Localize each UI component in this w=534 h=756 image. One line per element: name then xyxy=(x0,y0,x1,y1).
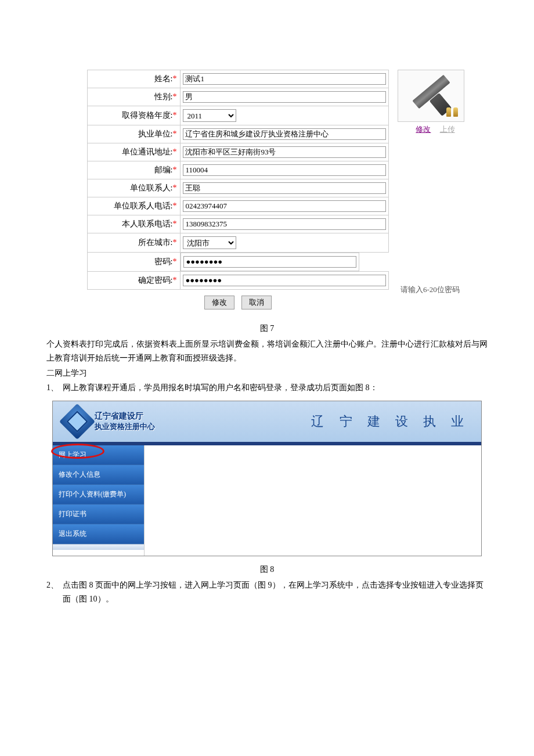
city-select[interactable]: 沈阳市 xyxy=(183,236,236,249)
form-buttons: 修改 取消 xyxy=(87,290,389,315)
sidebar-item-profile[interactable]: 修改个人信息 xyxy=(53,465,144,485)
unit-address-input[interactable] xyxy=(183,146,386,158)
password-confirm-input[interactable] xyxy=(183,275,386,286)
label-gender: 性别:* xyxy=(88,88,181,106)
profile-photo xyxy=(398,70,464,122)
bullet-icon xyxy=(446,107,451,117)
name-input[interactable] xyxy=(183,73,386,85)
list-num: 1、 xyxy=(46,381,63,395)
password-hint: 请输入6-20位密码 xyxy=(395,285,460,295)
photo-upload-link[interactable]: 上传 xyxy=(440,125,455,134)
label-work-unit: 执业单位:* xyxy=(88,125,181,143)
fig8-banner: 辽宁省建设厅 执业资格注册中心 辽 宁 建 设 执 业 xyxy=(53,401,481,442)
label-password: 密码:* xyxy=(88,253,181,272)
fig8-content-area xyxy=(145,445,481,556)
sidebar-item-logout[interactable]: 退出系统 xyxy=(53,524,144,544)
section-2-heading: 二网上学习 xyxy=(46,366,488,380)
modify-button[interactable]: 修改 xyxy=(204,296,234,309)
brand-line1: 辽宁省建设厅 xyxy=(95,411,155,422)
brand-logo-icon xyxy=(59,404,95,440)
list-item-1: 1、 网上教育课程开通后，学员用报名时填写的用户名和密码登录，登录成功后页面如图… xyxy=(46,381,488,395)
work-unit-input[interactable] xyxy=(183,128,386,140)
paragraph-1: 个人资料表打印完成后，依据资料表上面所显示培训费金额，将培训金额汇入注册中心账户… xyxy=(46,337,488,365)
label-name: 姓名:* xyxy=(88,70,181,88)
label-qual-year: 取得资格年度:* xyxy=(88,106,181,125)
qual-year-select[interactable]: 2011 xyxy=(183,109,236,122)
sidebar-item-online-study[interactable]: 网上学习 xyxy=(53,445,144,465)
fig8-sidebar: 网上学习 修改个人信息 打印个人资料(缴费单) 打印证书 退出系统 xyxy=(53,445,145,556)
unit-contact-input[interactable] xyxy=(183,182,386,194)
caption-fig8: 图 8 xyxy=(46,564,488,575)
list-item-2: 2、 点击图 8 页面中的网上学习按钮，进入网上学习页面（图 9），在网上学习系… xyxy=(46,578,488,606)
unit-contact-phone-input[interactable] xyxy=(183,200,386,212)
sidebar-item-label: 网上学习 xyxy=(59,451,86,459)
label-postcode: 邮编:* xyxy=(88,161,181,179)
brand-line2: 执业资格注册中心 xyxy=(95,422,155,432)
profile-form: 修改 上传 姓名:* 性别:* 取得资格年度:* 2011 执业单位:* 单位通… xyxy=(46,70,488,315)
bullet-icon xyxy=(453,107,458,117)
sidebar-item-print-cert[interactable]: 打印证书 xyxy=(53,505,144,524)
sidebar-item-print-profile[interactable]: 打印个人资料(缴费单) xyxy=(53,485,144,505)
form-table: 姓名:* 性别:* 取得资格年度:* 2011 执业单位:* 单位通讯地址:* … xyxy=(87,70,389,290)
self-phone-input[interactable] xyxy=(183,218,386,230)
caption-fig7: 图 7 xyxy=(46,323,488,334)
sidebar-item-label: 打印证书 xyxy=(59,510,86,518)
label-self-phone: 本人联系电话:* xyxy=(88,215,181,233)
sidebar-item-label: 退出系统 xyxy=(59,530,86,538)
fig8-screenshot: 辽宁省建设厅 执业资格注册中心 辽 宁 建 设 执 业 网上学习 修改个人信息 … xyxy=(52,401,482,556)
label-city: 所在城市:* xyxy=(88,233,181,253)
banner-title: 辽 宁 建 设 执 业 xyxy=(311,413,470,430)
postcode-input[interactable] xyxy=(183,164,386,176)
list-num: 2、 xyxy=(46,578,63,606)
sidebar-bottom-bar xyxy=(53,544,144,550)
label-unit-address: 单位通讯地址:* xyxy=(88,143,181,161)
brand-block: 辽宁省建设厅 执业资格注册中心 xyxy=(64,409,155,434)
photo-edit-link[interactable]: 修改 xyxy=(416,125,431,134)
label-unit-contact-phone: 单位联系人电话:* xyxy=(88,197,181,215)
cancel-button[interactable]: 取消 xyxy=(241,296,272,309)
label-unit-contact: 单位联系人:* xyxy=(88,179,181,197)
gender-input[interactable] xyxy=(183,91,386,103)
password-input[interactable] xyxy=(183,256,356,268)
list-body-1: 网上教育课程开通后，学员用报名时填写的用户名和密码登录，登录成功后页面如图 8： xyxy=(63,381,488,395)
sidebar-item-label: 打印个人资料(缴费单) xyxy=(59,490,126,498)
photo-panel: 修改 上传 xyxy=(398,70,473,135)
label-password-confirm: 确定密码:* xyxy=(88,272,181,290)
sidebar-item-label: 修改个人信息 xyxy=(59,470,100,478)
list-body-2: 点击图 8 页面中的网上学习按钮，进入网上学习页面（图 9），在网上学习系统中，… xyxy=(63,578,488,606)
